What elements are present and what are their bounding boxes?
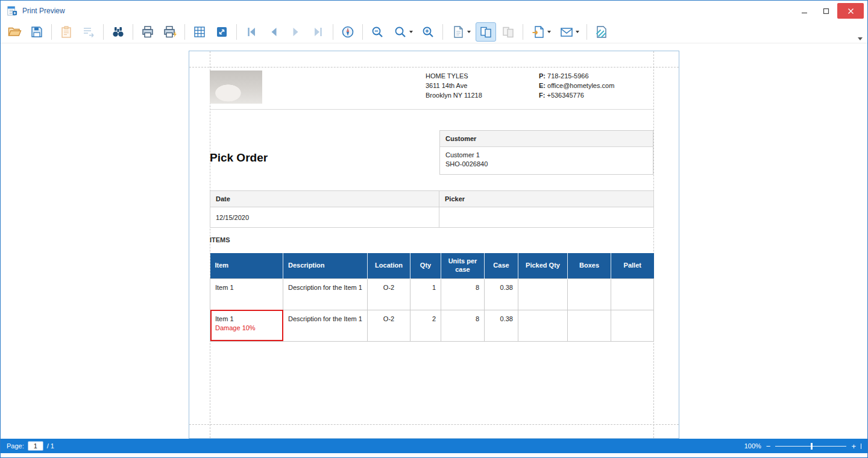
item-cell-highlighted: Item 1 Damage 10% <box>210 310 283 341</box>
header-divider <box>210 109 653 110</box>
close-button[interactable] <box>837 3 864 19</box>
company-contact-block: P: 718-215-5966 E: office@hometyles.com … <box>539 72 614 101</box>
case-cell: 0.38 <box>485 310 518 341</box>
col-header-item: Item <box>210 253 283 278</box>
date-picker-table: Date Picker 12/15/2020 <box>210 190 654 228</box>
items-header-row: Item Description Location Qty Units per … <box>210 253 654 278</box>
company-logo-image <box>210 71 262 104</box>
col-header-description: Description <box>283 253 368 278</box>
zoom-slider[interactable] <box>775 443 846 450</box>
dropdown-arrow-icon <box>467 31 471 33</box>
customer-name: Customer 1 <box>445 151 647 160</box>
items-row: Item 1 Description for the Item 1 O-2 1 … <box>210 278 654 310</box>
zoom-slider-thumb[interactable] <box>811 443 813 450</box>
facing-layout-button[interactable] <box>498 22 518 42</box>
export-document-button[interactable] <box>527 22 554 42</box>
first-page-button[interactable] <box>241 22 262 42</box>
col-header-picked-qty: Picked Qty <box>518 253 568 278</box>
page-total: / 1 <box>47 442 54 450</box>
item-cell: Item 1 <box>210 278 283 310</box>
toolbar-separator <box>333 24 333 40</box>
quick-print-button[interactable] <box>160 22 180 42</box>
document-content: HOME TYLES 3611 14th Ave Brooklyn NY 112… <box>210 67 653 424</box>
minimize-button[interactable] <box>794 3 814 19</box>
edit-fields-button[interactable] <box>78 22 99 42</box>
toolbar-separator <box>103 24 104 40</box>
open-button[interactable] <box>4 22 25 42</box>
print-preview-window: Print Preview <box>0 0 868 458</box>
company-address-line1: 3611 14th Ave <box>426 81 482 91</box>
items-row: Item 1 Damage 10% Description for the It… <box>210 310 654 341</box>
col-header-qty: Qty <box>410 253 441 278</box>
zoom-in-icon[interactable]: + <box>851 442 856 450</box>
margin-guide-bottom <box>189 424 679 425</box>
col-header-location: Location <box>368 253 410 278</box>
dropdown-arrow-icon <box>547 31 551 33</box>
description-cell: Description for the Item 1 <box>283 278 368 310</box>
dropdown-arrow-icon <box>409 31 413 33</box>
toolbar <box>1 20 867 43</box>
col-header-units-per-case: Units per case <box>441 253 485 278</box>
zoom-out-button[interactable] <box>367 22 388 42</box>
col-header-boxes: Boxes <box>568 253 611 278</box>
fax-value: +536345776 <box>547 92 583 99</box>
toolbar-separator <box>523 24 523 40</box>
picker-value-cell <box>439 207 654 228</box>
page-setup-button[interactable] <box>56 22 77 42</box>
hand-tool-button[interactable] <box>338 22 358 42</box>
zoom-dropdown-button[interactable] <box>389 22 416 42</box>
date-header-cell: Date <box>210 191 439 207</box>
next-page-button[interactable] <box>286 22 306 42</box>
col-header-pallet: Pallet <box>611 253 654 278</box>
print-button[interactable] <box>137 22 158 42</box>
company-address-line2: Brooklyn NY 11218 <box>426 91 482 101</box>
qty-cell: 2 <box>410 310 441 341</box>
dropdown-arrow-icon <box>576 31 579 33</box>
toolbar-separator <box>184 24 185 40</box>
picked-qty-cell <box>518 278 568 310</box>
scale-button[interactable] <box>212 22 232 42</box>
email-value: office@hometyles.com <box>547 82 614 89</box>
customer-code: SHO-0026840 <box>445 160 647 169</box>
toolbar-separator <box>133 24 133 40</box>
customer-box-header: Customer <box>440 131 653 147</box>
document-page: HOME TYLES 3611 14th Ave Brooklyn NY 112… <box>189 51 679 439</box>
multiple-pages-button[interactable] <box>447 22 474 42</box>
pallet-cell <box>611 310 654 341</box>
preview-area[interactable]: HOME TYLES 3611 14th Ave Brooklyn NY 112… <box>1 43 867 439</box>
previous-page-button[interactable] <box>263 22 284 42</box>
company-address-block: HOME TYLES 3611 14th Ave Brooklyn NY 112… <box>426 72 482 101</box>
units-per-case-cell: 8 <box>441 310 485 341</box>
contact-email: E: office@hometyles.com <box>539 81 614 91</box>
search-button[interactable] <box>108 22 128 42</box>
toolbar-overflow-button[interactable] <box>858 37 863 40</box>
print-preview-app-icon <box>7 5 17 16</box>
page-layout-button[interactable] <box>476 22 496 42</box>
last-page-button[interactable] <box>308 22 329 42</box>
zoom-slider-end <box>861 444 861 449</box>
contact-fax: F: +536345776 <box>539 91 614 101</box>
window-title: Print Preview <box>22 7 65 15</box>
margin-guide-right <box>653 51 654 438</box>
page-number-input[interactable] <box>28 441 43 451</box>
customer-box-body: Customer 1 SHO-0026840 <box>440 147 653 173</box>
boxes-cell <box>568 310 611 341</box>
toolbar-separator <box>362 24 363 40</box>
toolbar-separator <box>236 24 237 40</box>
window-bottom-strip <box>1 453 867 457</box>
zoom-out-icon[interactable]: − <box>766 442 771 450</box>
toolbar-separator <box>51 24 52 40</box>
email-label: E: <box>539 82 546 89</box>
header-footer-button[interactable] <box>189 22 210 42</box>
maximize-button[interactable] <box>816 3 836 19</box>
save-button[interactable] <box>27 22 47 42</box>
date-value-cell: 12/15/2020 <box>210 207 439 228</box>
zoom-in-button[interactable] <box>418 22 438 42</box>
case-cell: 0.38 <box>485 278 518 310</box>
watermark-button[interactable] <box>591 22 612 42</box>
window-controls <box>794 3 864 19</box>
titlebar: Print Preview <box>1 1 867 20</box>
item-name: Item 1 <box>215 315 278 324</box>
item-damage-note: Damage 10% <box>215 324 278 333</box>
send-email-button[interactable] <box>556 22 582 42</box>
